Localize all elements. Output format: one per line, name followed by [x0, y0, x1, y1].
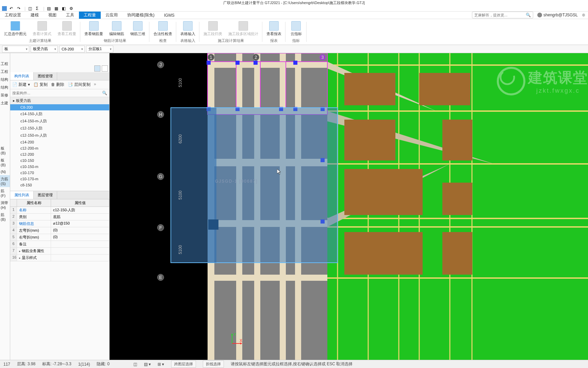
- type-selector[interactable]: 板受力筋: [31, 46, 58, 52]
- property-row[interactable]: 5 右弯折(mm) (0): [10, 234, 109, 241]
- menu-collab[interactable]: 协同建模(限免): [122, 12, 159, 19]
- property-row[interactable]: 4 左弯折(mm) (0): [10, 227, 109, 234]
- property-row[interactable]: 6 备注: [10, 241, 109, 248]
- tree-item[interactable]: 筋(F): [0, 187, 10, 199]
- tree-item[interactable]: 洞带(H): [0, 199, 10, 211]
- component-item[interactable]: c10-150-m: [10, 164, 109, 170]
- floor-copy-button[interactable]: 📑 层间复制: [68, 82, 90, 88]
- drawing-viewport[interactable]: GJSGD-1 [90687] 5100 6200 5100 5100 J H …: [110, 53, 588, 360]
- component-item[interactable]: c12-150-m-人防: [10, 132, 109, 139]
- list-view-icon[interactable]: [94, 65, 100, 72]
- validity-check-button[interactable]: 合法性检查: [151, 20, 175, 38]
- tree-header[interactable]: ▸ 板受力筋: [10, 97, 109, 104]
- component-item[interactable]: c12-200: [10, 151, 109, 157]
- copy-button[interactable]: 📋 复制: [33, 82, 48, 88]
- component-item[interactable]: c14-150-m-人防: [10, 118, 109, 125]
- tree-item-selected[interactable]: 力筋(S): [0, 175, 10, 187]
- delete-button[interactable]: 🗑 删除: [51, 82, 64, 88]
- menu-modeling[interactable]: 建模: [26, 12, 44, 19]
- tree-item[interactable]: 工程: [0, 60, 10, 68]
- zones-icon: [239, 21, 248, 31]
- tree-item[interactable]: 筋(B): [0, 211, 10, 223]
- tab-component-list[interactable]: 构件列表: [10, 72, 34, 80]
- global-icon[interactable]: ⊕: [582, 13, 585, 17]
- component-item[interactable]: c10-170: [10, 170, 109, 176]
- tab-properties[interactable]: 属性列表: [10, 191, 34, 199]
- search-input[interactable]: [474, 13, 526, 17]
- component-item[interactable]: c8-150: [10, 182, 109, 188]
- summary-selected-button[interactable]: 汇总选中图元: [1, 20, 29, 38]
- redo-icon[interactable]: ↷: [17, 6, 22, 11]
- help-search[interactable]: 🔍: [472, 12, 533, 18]
- property-row[interactable]: 2 类别 底筋: [10, 214, 109, 220]
- status-icon[interactable]: ◫: [133, 362, 137, 367]
- polyline-select-button[interactable]: 折线选择: [203, 361, 224, 368]
- construction-zones-button[interactable]: 施工段多区域统计: [226, 20, 261, 38]
- component-item[interactable]: c12-150-人防: [10, 125, 109, 132]
- menu-tools[interactable]: 工具: [61, 12, 79, 19]
- property-row[interactable]: 3 钢筋信息 ⌀12@150: [10, 220, 109, 227]
- tab-layers[interactable]: 图层管理: [34, 191, 57, 199]
- component-item[interactable]: c14-200: [10, 139, 109, 145]
- search-icon[interactable]: 🔍: [102, 91, 107, 95]
- user-info[interactable]: shengrb@TJSGSL: [537, 13, 578, 17]
- detail-view-icon[interactable]: [102, 65, 108, 72]
- menu-quantity[interactable]: 工程量: [79, 12, 101, 19]
- status-icon[interactable]: ⊞ ▾: [158, 362, 164, 367]
- property-row[interactable]: 7 钢筋业务属性: [10, 248, 109, 255]
- layer-selector[interactable]: 分层板1: [86, 46, 113, 52]
- search-icon[interactable]: 🔍: [526, 13, 531, 17]
- construction-category-button[interactable]: 施工段归类: [201, 20, 225, 38]
- tool-icon[interactable]: ◫: [28, 6, 33, 11]
- tree-item[interactable]: 结构: [0, 76, 10, 83]
- component-item[interactable]: C8-200: [10, 104, 109, 110]
- component-search-input[interactable]: [12, 91, 102, 95]
- tree-item[interactable]: (N): [0, 168, 10, 175]
- cross-layer-select-button[interactable]: 跨图层选择: [171, 361, 196, 368]
- menu-project-settings[interactable]: 工程设置: [0, 12, 26, 19]
- view-report-button[interactable]: 查看报表: [264, 20, 284, 38]
- view-rebar-button[interactable]: 查看钢筋量: [82, 20, 106, 38]
- option-icon[interactable]: ▤: [47, 6, 52, 11]
- edit-rebar-button[interactable]: 编辑钢筋: [107, 20, 127, 38]
- tree-item[interactable]: 板(B): [0, 156, 10, 168]
- svg-rect-43: [293, 61, 297, 65]
- tree-item[interactable]: 工程: [0, 68, 10, 76]
- tree-item[interactable]: 结构: [0, 83, 10, 91]
- undo-icon[interactable]: ↶: [10, 6, 14, 11]
- menu-cloud[interactable]: 云应用: [101, 12, 122, 19]
- tree-item[interactable]: 板(B): [0, 144, 10, 156]
- table-input-button[interactable]: 表格输入: [178, 20, 198, 38]
- grid-label-3: 3: [319, 54, 326, 61]
- category-selector[interactable]: 板: [2, 46, 29, 52]
- component-item[interactable]: c14-150-人防: [10, 110, 109, 118]
- cloud-index-button[interactable]: 云指标: [287, 20, 305, 38]
- sum-icon[interactable]: Σ: [36, 6, 40, 11]
- status-icon[interactable]: ▤ ▾: [144, 362, 151, 367]
- rebar-3d-button[interactable]: 钢筋三维: [128, 20, 148, 38]
- new-button[interactable]: 📄 新建 ▾: [12, 82, 30, 88]
- view-formula-button[interactable]: 查看计算式: [30, 20, 54, 38]
- settings-icon[interactable]: ⚙: [69, 6, 74, 11]
- property-row[interactable]: 16 显示样式: [10, 255, 109, 261]
- property-row[interactable]: 1 名称 c12-150-人防: [10, 207, 109, 214]
- component-search[interactable]: 🔍: [10, 89, 109, 97]
- menu-view[interactable]: 视图: [44, 12, 61, 19]
- component-item[interactable]: c10-150: [10, 157, 109, 164]
- layer-icon[interactable]: ▦: [54, 6, 59, 11]
- plan-drawing[interactable]: GJSGD-1 [90687] 5100 6200 5100 5100: [110, 53, 588, 360]
- menu-igms[interactable]: IGMS: [159, 12, 179, 19]
- tree-item[interactable]: 装修: [0, 91, 10, 99]
- grid-label-1: 1: [208, 54, 214, 61]
- tree-item[interactable]: 土建: [0, 99, 10, 107]
- status-left: 117: [3, 362, 10, 367]
- save-icon[interactable]: [2, 6, 7, 11]
- view-icon[interactable]: ◧: [62, 6, 67, 11]
- top-right-bar: 🔍 shengrb@TJSGSL ⊕: [472, 12, 585, 18]
- grid-label-2: 2: [252, 54, 259, 61]
- view-quantity-button[interactable]: 查看工程量: [55, 20, 79, 38]
- tab-drawing-mgmt[interactable]: 图纸管理: [34, 72, 57, 80]
- spec-selector[interactable]: C8-200: [59, 46, 85, 52]
- component-item[interactable]: c12-200-m: [10, 145, 109, 151]
- component-item[interactable]: c10-170-m: [10, 176, 109, 182]
